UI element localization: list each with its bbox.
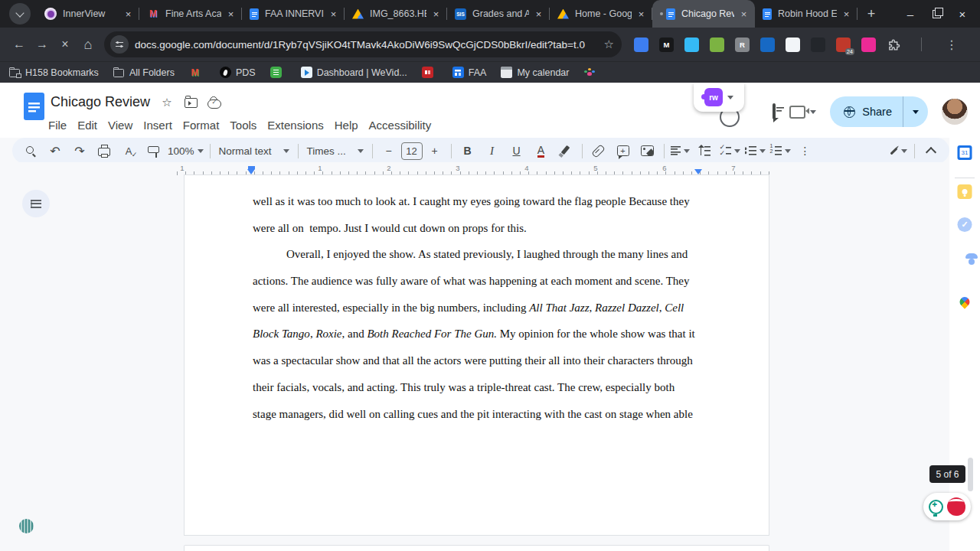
bulleted-list-button[interactable] xyxy=(743,141,768,161)
extension-icon[interactable]: 24 xyxy=(836,37,851,52)
vertical-scrollbar-thumb[interactable] xyxy=(968,458,973,491)
extension-icon[interactable] xyxy=(811,37,825,52)
line-spacing-button[interactable] xyxy=(693,141,717,161)
extension-icon[interactable] xyxy=(786,37,800,52)
menu-item[interactable]: View xyxy=(103,117,138,133)
minimize-button[interactable]: – xyxy=(900,4,920,24)
stop-button[interactable]: × xyxy=(54,33,77,56)
docs-logo-icon[interactable] xyxy=(24,93,44,120)
extension-icon[interactable] xyxy=(634,37,648,52)
forward-button[interactable]: → xyxy=(31,33,54,56)
italic-button[interactable]: I xyxy=(480,141,505,161)
document-title[interactable]: Chicago Review xyxy=(51,94,150,110)
assistant-blob-icon[interactable] xyxy=(947,497,965,516)
left-indent-marker[interactable] xyxy=(247,166,255,174)
editing-mode-button[interactable] xyxy=(886,141,910,161)
browser-tab[interactable]: InnerView × xyxy=(37,0,139,28)
bookmark-item[interactable] xyxy=(270,67,286,78)
floating-extension-icon[interactable] xyxy=(19,519,34,533)
url-text[interactable]: docs.google.com/document/d/1Ryb7qVSjiKO4… xyxy=(135,39,598,51)
comment-history-button[interactable] xyxy=(773,105,776,119)
extension-icon[interactable]: M xyxy=(659,37,674,52)
site-settings-button[interactable] xyxy=(110,35,129,54)
meet-presenting-button[interactable] xyxy=(789,106,816,119)
tab-search-button[interactable] xyxy=(9,3,31,24)
tab-close-icon[interactable]: × xyxy=(224,8,237,21)
doc-text-line[interactable]: was a spectacular show and that all the … xyxy=(253,347,701,374)
browser-tab[interactable]: FAA INNERVI × xyxy=(242,0,345,28)
bookmark-item[interactable] xyxy=(422,67,438,78)
paint-format-button[interactable] xyxy=(141,141,165,161)
show-outline-button[interactable] xyxy=(22,190,50,217)
bookmark-item[interactable]: H158 Bookmarks xyxy=(9,67,99,78)
decrease-font-size-button[interactable]: − xyxy=(377,141,401,161)
extension-icon[interactable] xyxy=(684,37,699,52)
tab-close-icon[interactable]: × xyxy=(532,8,545,21)
browser-menu-button[interactable]: ⋮ xyxy=(940,33,963,56)
menu-item[interactable]: Edit xyxy=(72,117,103,133)
home-button[interactable]: ⌂ xyxy=(77,33,100,56)
close-window-button[interactable]: × xyxy=(952,4,972,24)
doc-text-line[interactable]: were all on tempo. Just I would cut down… xyxy=(253,215,701,242)
paragraph-style-select[interactable]: Normal text xyxy=(214,141,294,161)
bookmark-item[interactable]: All Folders xyxy=(113,67,175,78)
tab-close-icon[interactable]: × xyxy=(122,8,135,21)
bookmark-star-icon[interactable]: ☆ xyxy=(604,37,614,51)
tab-close-icon[interactable]: × xyxy=(327,8,340,21)
zoom-select[interactable]: 100% xyxy=(165,141,206,161)
maps-icon[interactable] xyxy=(958,295,972,308)
tab-close-icon[interactable]: × xyxy=(430,8,443,21)
document-page[interactable]: well as it was too much to look at. I ca… xyxy=(184,174,769,536)
extension-icon[interactable] xyxy=(710,37,724,52)
align-button[interactable] xyxy=(668,141,693,161)
bookmark-item[interactable] xyxy=(189,67,205,78)
readwrite-puzzle-icon[interactable]: rw xyxy=(704,88,723,106)
undo-button[interactable]: ↶ xyxy=(43,141,67,161)
font-size-input[interactable]: 12 xyxy=(401,142,423,160)
extension-icon[interactable] xyxy=(760,37,775,52)
doc-text-line[interactable]: Block Tango, Roxie, and Both Reached For… xyxy=(253,321,701,347)
tab-close-icon[interactable]: × xyxy=(840,8,853,21)
keep-icon[interactable] xyxy=(958,184,972,199)
numbered-list-button[interactable] xyxy=(768,141,793,161)
extensions-puzzle-icon[interactable] xyxy=(887,37,901,52)
back-button[interactable]: ← xyxy=(8,33,31,56)
calendar-icon[interactable] xyxy=(958,145,972,160)
explore-pill[interactable] xyxy=(923,493,971,520)
print-button[interactable] xyxy=(92,141,116,161)
bookmark-item[interactable]: My calendar xyxy=(501,67,569,78)
doc-text-line[interactable]: Overall, I enjoyed the show. As stated p… xyxy=(253,241,701,268)
share-dropdown[interactable] xyxy=(903,96,928,127)
font-select[interactable]: Times ... xyxy=(302,141,368,161)
browser-tab[interactable]: Fine Arts Aca × xyxy=(139,0,242,28)
highlight-color-button[interactable] xyxy=(554,141,578,161)
browser-tab[interactable]: Chicago Revi × xyxy=(652,0,755,28)
right-indent-marker[interactable] xyxy=(694,169,702,174)
address-bar[interactable]: docs.google.com/document/d/1Ryb7qVSjiKO4… xyxy=(104,31,622,57)
menu-item[interactable]: Format xyxy=(178,117,225,133)
hide-menus-button[interactable] xyxy=(919,141,943,161)
doc-text-line[interactable]: were all interested, especially in the b… xyxy=(253,295,701,321)
doc-text-line[interactable]: well as it was too much to look at. I ca… xyxy=(253,188,701,215)
text-color-button[interactable]: A xyxy=(529,141,554,161)
redo-button[interactable]: ↷ xyxy=(67,141,92,161)
bold-button[interactable]: B xyxy=(456,141,480,161)
explore-bulb-icon[interactable] xyxy=(929,500,943,514)
browser-tab[interactable]: Grades and A × xyxy=(447,0,550,28)
next-page-top-edge[interactable] xyxy=(184,545,769,551)
bookmark-item[interactable]: FAA xyxy=(452,67,487,78)
search-menus-button[interactable] xyxy=(18,141,43,161)
account-avatar[interactable] xyxy=(942,99,968,125)
menu-item[interactable]: Help xyxy=(329,117,364,133)
checklist-button[interactable] xyxy=(717,141,743,161)
underline-button[interactable]: U xyxy=(505,141,529,161)
move-to-folder-icon[interactable] xyxy=(184,96,198,109)
doc-text-line[interactable]: actions. The audience was fully aware of… xyxy=(253,268,701,295)
tasks-icon[interactable]: ✓ xyxy=(958,217,972,232)
browser-tab[interactable]: Home - Goog × xyxy=(550,0,652,28)
document-body-text[interactable]: well as it was too much to look at. I ca… xyxy=(253,188,701,427)
add-comment-button[interactable]: + xyxy=(611,141,635,161)
insert-link-button[interactable] xyxy=(586,141,611,161)
restore-window-button[interactable] xyxy=(926,4,946,24)
menu-item[interactable]: Insert xyxy=(138,117,178,133)
